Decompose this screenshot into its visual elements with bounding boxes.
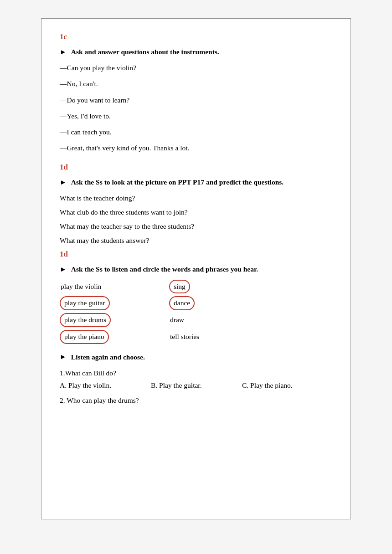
section-1d-first-label: 1d bbox=[60, 163, 332, 172]
words-grid: play the violin sing play the guitar dan… bbox=[60, 280, 332, 344]
section-1c-label: 1c bbox=[60, 32, 332, 41]
section-1d-second-instruction: ► Ask the Ss to listen and circle the wo… bbox=[60, 264, 332, 274]
dialogue-line-4: —Yes, I'd love to. bbox=[60, 111, 332, 121]
question-1: What is the teacher doing? bbox=[60, 193, 332, 203]
dialogue-line-1: —Can you play the violin? bbox=[60, 62, 332, 73]
section-1d-second-label: 1d bbox=[60, 250, 332, 259]
dialogue-line-3: —Do you want to learn? bbox=[60, 95, 332, 105]
dialogue-line-6: —Great, that's very kind of you. Thanks … bbox=[60, 143, 332, 153]
arrow-icon-1d2: ► bbox=[60, 265, 67, 274]
word-dance: dance bbox=[169, 296, 332, 310]
choice-c: C. Play the piano. bbox=[242, 380, 333, 390]
dialogue-line-2: —No, I can't. bbox=[60, 78, 332, 89]
arrow-icon-1c: ► bbox=[60, 47, 67, 57]
choices-row-1: A. Play the violin. B. Play the guitar. … bbox=[60, 380, 332, 390]
word-play-guitar: play the guitar bbox=[60, 296, 169, 310]
word-play-drums: play the drums bbox=[60, 313, 169, 327]
word-tell-stories: tell stories bbox=[169, 330, 332, 344]
page-container: 1c ► Ask and answer questions about the … bbox=[0, 0, 392, 554]
word-play-piano: play the piano bbox=[60, 330, 169, 344]
content-box: 1c ► Ask and answer questions about the … bbox=[41, 18, 351, 519]
word-draw: draw bbox=[169, 313, 332, 327]
choice-b: B. Play the guitar. bbox=[151, 380, 242, 390]
question-3: What may the teacher say to the three st… bbox=[60, 221, 332, 231]
arrow-icon-1d1: ► bbox=[60, 178, 67, 187]
question-2: What club do the three students want to … bbox=[60, 207, 332, 217]
section-1c-instruction: ► Ask and answer questions about the ins… bbox=[60, 47, 332, 57]
choice-a: A. Play the violin. bbox=[60, 380, 151, 390]
section-1d-first-instruction: ► Ask the Ss to look at the picture on P… bbox=[60, 177, 332, 187]
dialogue-line-5: —I can teach you. bbox=[60, 127, 332, 137]
word-sing: sing bbox=[169, 280, 332, 294]
question-4: What may the students answer? bbox=[60, 235, 332, 246]
word-play-violin: play the violin bbox=[60, 280, 169, 294]
arrow-icon-listen: ► bbox=[60, 353, 67, 361]
listen-question-1: 1.What can Bill do? A. Play the violin. … bbox=[60, 368, 332, 391]
listen-section: ► Listen again and choose. 1.What can Bi… bbox=[60, 353, 332, 406]
listen-question-2: 2. Who can play the drums? bbox=[60, 395, 332, 405]
listen-instruction: ► Listen again and choose. bbox=[60, 353, 332, 361]
